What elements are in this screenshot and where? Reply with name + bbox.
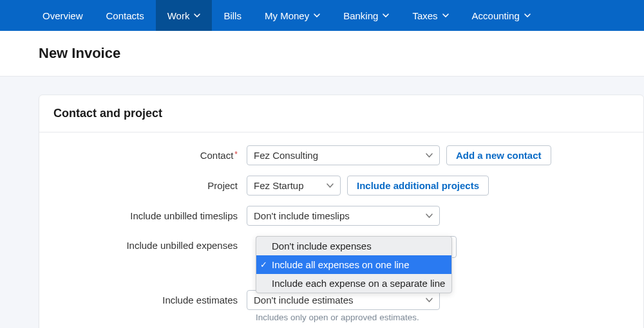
option-text: Include all expenses on one line <box>272 259 410 270</box>
nav-banking[interactable]: Banking <box>332 0 401 31</box>
project-label: Project <box>53 180 247 191</box>
nav-label: Taxes <box>412 10 437 21</box>
nav-label: Accounting <box>472 10 520 21</box>
estimates-label: Include estimates <box>53 295 247 305</box>
timeslips-label: Include unbilled timeslips <box>53 210 247 221</box>
nav-contacts[interactable]: Contacts <box>95 0 156 31</box>
chevron-down-icon <box>314 14 320 17</box>
contact-label: Contact* <box>53 150 247 161</box>
checkmark-icon: ✓ <box>260 260 267 269</box>
main-nav: Overview Contacts Work Bills My Money Ba… <box>0 0 644 31</box>
row-expenses: Include unbilled expenses Don't include … <box>53 236 629 282</box>
nav-overview[interactable]: Overview <box>31 0 95 31</box>
row-project: Project Fez Startup Include additional p… <box>53 176 629 196</box>
contact-project-card: Contact and project Contact* Fez Consult… <box>39 95 644 328</box>
row-contact: Contact* Fez Consulting Add a new contac… <box>53 145 629 165</box>
expenses-dropdown: Don't include expenses ✓ Include all exp… <box>256 236 452 293</box>
chevron-down-icon <box>426 298 433 302</box>
nav-label: Work <box>167 10 190 21</box>
chevron-down-icon <box>524 14 531 17</box>
chevron-down-icon <box>442 14 449 17</box>
timeslips-select[interactable]: Don't include timeslips <box>247 206 440 226</box>
select-value: Fez Startup <box>254 180 304 191</box>
content-area: Contact and project Contact* Fez Consult… <box>0 77 644 328</box>
nav-my-money[interactable]: My Money <box>253 0 332 31</box>
nav-taxes[interactable]: Taxes <box>401 0 460 31</box>
chevron-down-icon <box>194 14 200 17</box>
expenses-option-0[interactable]: Don't include expenses <box>256 237 451 255</box>
page-header: New Invoice <box>0 31 644 77</box>
nav-label: Contacts <box>106 10 144 21</box>
contact-select[interactable]: Fez Consulting <box>247 145 440 165</box>
expenses-option-2[interactable]: Include each expense on a separate line <box>256 274 451 293</box>
select-value: Don't include estimates <box>254 295 354 305</box>
chevron-down-icon <box>327 183 334 188</box>
chevron-down-icon <box>426 214 433 218</box>
row-timeslips: Include unbilled timeslips Don't include… <box>53 206 629 226</box>
required-star-icon: * <box>234 150 238 159</box>
nav-label: Banking <box>343 10 378 21</box>
nav-label: Bills <box>223 10 242 21</box>
estimates-help-text: Includes only open or approved estimates… <box>256 313 629 322</box>
nav-label: My Money <box>265 10 309 21</box>
select-value: Fez Consulting <box>254 150 318 161</box>
project-select[interactable]: Fez Startup <box>247 176 341 196</box>
expenses-label: Include unbilled expenses <box>53 236 247 251</box>
nav-bills[interactable]: Bills <box>212 0 253 31</box>
chevron-down-icon <box>426 153 433 158</box>
add-new-contact-button[interactable]: Add a new contact <box>446 145 551 165</box>
select-value: Don't include timeslips <box>254 210 350 221</box>
expenses-option-1[interactable]: ✓ Include all expenses on one line <box>256 255 451 274</box>
label-text: Contact <box>200 150 234 161</box>
nav-accounting[interactable]: Accounting <box>460 0 542 31</box>
card-header: Contact and project <box>39 95 643 132</box>
page-title: New Invoice <box>39 45 644 62</box>
nav-work[interactable]: Work <box>156 0 213 31</box>
card-body: Contact* Fez Consulting Add a new contac… <box>39 132 643 328</box>
nav-label: Overview <box>43 10 83 21</box>
chevron-down-icon <box>383 14 389 17</box>
include-additional-projects-button[interactable]: Include additional projects <box>347 176 489 196</box>
